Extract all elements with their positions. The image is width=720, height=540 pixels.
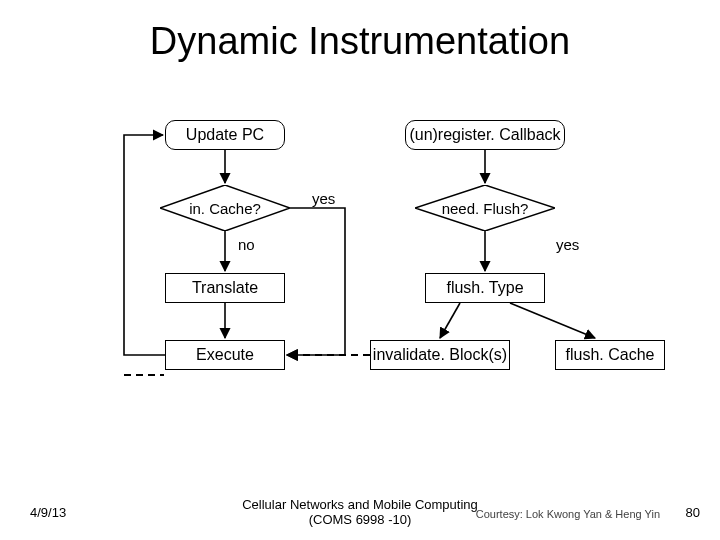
slide-title: Dynamic Instrumentation bbox=[0, 20, 720, 63]
svg-line-7 bbox=[440, 303, 460, 338]
footer-page-number: 80 bbox=[686, 505, 700, 520]
node-update-pc: Update PC bbox=[165, 120, 285, 150]
in-cache-label: in. Cache? bbox=[160, 185, 290, 231]
footer-center-line2: (COMS 6998 -10) bbox=[309, 512, 412, 527]
node-need-flush: need. Flush? bbox=[415, 185, 555, 231]
node-execute: Execute bbox=[165, 340, 285, 370]
footer-courtesy: Courtesy: Lok Kwong Yan & Heng Yin bbox=[476, 508, 660, 520]
svg-line-8 bbox=[510, 303, 595, 338]
need-flush-label: need. Flush? bbox=[415, 185, 555, 231]
node-in-cache: in. Cache? bbox=[160, 185, 290, 231]
footer-center-line1: Cellular Networks and Mobile Computing bbox=[242, 497, 478, 512]
node-translate: Translate bbox=[165, 273, 285, 303]
node-flush-type: flush. Type bbox=[425, 273, 545, 303]
flow-arrows bbox=[0, 0, 720, 540]
label-yes-right: yes bbox=[556, 236, 579, 253]
node-unregister-callback: (un)register. Callback bbox=[405, 120, 565, 150]
label-no: no bbox=[238, 236, 255, 253]
node-invalidate-blocks: invalidate. Block(s) bbox=[370, 340, 510, 370]
node-flush-cache: flush. Cache bbox=[555, 340, 665, 370]
label-yes-left: yes bbox=[312, 190, 335, 207]
